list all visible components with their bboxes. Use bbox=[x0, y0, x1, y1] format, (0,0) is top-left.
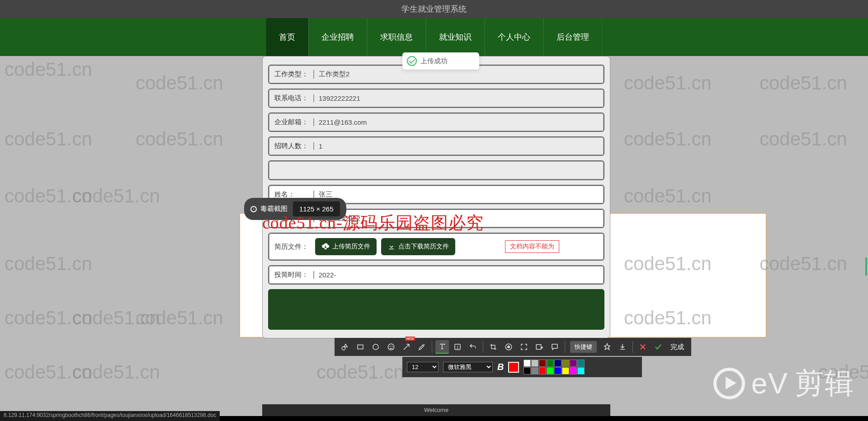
palette-color[interactable] bbox=[562, 367, 569, 374]
download-icon bbox=[387, 243, 396, 251]
toast-text: 上传成功 bbox=[420, 57, 448, 65]
bold-toggle[interactable]: B bbox=[497, 362, 504, 372]
nav-item-admin[interactable]: 后台管理 bbox=[543, 18, 602, 56]
palette-color[interactable] bbox=[562, 360, 569, 367]
svg-rect-10 bbox=[536, 345, 541, 350]
target-icon bbox=[250, 206, 257, 212]
value-phone: 13922222221 bbox=[313, 94, 598, 102]
palette-color[interactable] bbox=[547, 360, 554, 367]
comment-icon[interactable] bbox=[548, 340, 561, 354]
svg-point-5 bbox=[392, 346, 392, 346]
toolbar-row-main: NEW 1 快捷键 完成 bbox=[335, 338, 691, 356]
svg-rect-1 bbox=[358, 345, 363, 349]
palette-color[interactable] bbox=[554, 360, 561, 367]
screenshot-toolbar: NEW 1 快捷键 完成 12 微软雅黑 B bbox=[335, 338, 691, 377]
palette-color[interactable] bbox=[539, 367, 546, 374]
confirm-icon[interactable] bbox=[651, 340, 665, 354]
label-submit-time: 投简时间： bbox=[274, 271, 311, 279]
current-color-swatch[interactable] bbox=[508, 362, 519, 373]
palette-color[interactable] bbox=[577, 367, 585, 374]
label-resume: 简历文件： bbox=[274, 243, 311, 251]
palette-color[interactable] bbox=[524, 360, 531, 367]
status-path: 8.129.11.174:9032/springboothch86/front/… bbox=[4, 412, 216, 418]
field-headcount: 招聘人数： 1 bbox=[268, 136, 604, 156]
play-icon bbox=[713, 368, 745, 399]
rectangle-tool-icon[interactable] bbox=[354, 340, 367, 354]
fullscreen-icon[interactable] bbox=[517, 340, 531, 354]
new-badge: NEW bbox=[405, 337, 415, 341]
svg-text:1: 1 bbox=[456, 345, 458, 350]
browser-status-bar: 8.129.11.174:9032/springboothch86/front/… bbox=[0, 411, 220, 421]
palette-color[interactable] bbox=[531, 360, 538, 367]
scrollbar-indicator[interactable] bbox=[865, 257, 867, 276]
nav-item-company[interactable]: 企业招聘 bbox=[308, 18, 367, 56]
success-check-icon bbox=[407, 56, 417, 66]
nav-item-home[interactable]: 首页 bbox=[266, 18, 308, 56]
download-resume-button[interactable]: 点击下载简历文件 bbox=[381, 238, 455, 255]
app-title: 学生就业管理系统 bbox=[401, 5, 467, 14]
label-headcount: 招聘人数： bbox=[274, 142, 311, 150]
main-nav: 首页 企业招聘 求职信息 就业知识 个人中心 后台管理 bbox=[0, 18, 868, 56]
ev-brand: eV bbox=[751, 367, 788, 400]
pin-icon[interactable] bbox=[600, 340, 614, 354]
palette-color[interactable] bbox=[570, 367, 577, 374]
separator bbox=[483, 341, 483, 353]
value-email: 2211@163.com bbox=[313, 118, 598, 126]
brush-tool-icon[interactable] bbox=[415, 340, 429, 354]
form-footer-panel bbox=[268, 289, 604, 330]
palette-color[interactable] bbox=[531, 367, 538, 374]
value-headcount: 1 bbox=[313, 142, 598, 150]
color-palette bbox=[524, 360, 585, 374]
input-submit-time[interactable] bbox=[313, 271, 598, 279]
number-tool-icon[interactable]: 1 bbox=[451, 340, 464, 354]
nav-item-profile[interactable]: 个人中心 bbox=[485, 18, 543, 56]
input-name[interactable] bbox=[313, 191, 598, 198]
palette-color[interactable] bbox=[554, 367, 561, 374]
palette-color[interactable] bbox=[539, 360, 546, 367]
shortcut-chip[interactable]: 快捷键 bbox=[570, 341, 597, 353]
save-icon[interactable] bbox=[616, 340, 629, 354]
nav-item-knowledge[interactable]: 就业知识 bbox=[426, 18, 485, 56]
crop-tool-icon[interactable] bbox=[486, 340, 500, 354]
ev-watermark: eV 剪辑 bbox=[713, 364, 854, 403]
svg-point-9 bbox=[507, 346, 510, 348]
separator bbox=[565, 341, 565, 353]
svg-point-2 bbox=[373, 344, 378, 350]
done-label[interactable]: 完成 bbox=[667, 343, 688, 351]
upload-success-toast: 上传成功 bbox=[402, 52, 479, 70]
field-resume-file: 简历文件： 上传简历文件 点击下载简历文件 文档内容不能为 bbox=[268, 233, 604, 261]
field-submit-time: 投简时间： bbox=[268, 265, 604, 285]
svg-point-4 bbox=[390, 346, 391, 346]
nav-item-jobs[interactable]: 求职信息 bbox=[367, 18, 426, 56]
palette-color[interactable] bbox=[570, 360, 577, 367]
record-tool-icon[interactable] bbox=[502, 340, 515, 354]
font-family-select[interactable]: 微软雅黑 bbox=[443, 362, 493, 372]
undo-icon[interactable] bbox=[466, 340, 480, 354]
close-icon[interactable] bbox=[636, 340, 650, 354]
separator bbox=[432, 341, 432, 353]
value-work-type: 工作类型2 bbox=[313, 70, 598, 79]
palette-color[interactable] bbox=[524, 367, 531, 374]
emoji-tool-icon[interactable] bbox=[384, 340, 398, 354]
label-phone: 联系电话： bbox=[274, 94, 311, 103]
arrow-tool-icon[interactable]: NEW bbox=[400, 340, 413, 354]
welcome-footer: Welcome bbox=[262, 404, 610, 416]
field-phone: 联系电话： 13922222221 bbox=[268, 89, 604, 108]
welcome-text: Welcome bbox=[424, 407, 448, 413]
cloud-upload-icon bbox=[321, 243, 330, 251]
upload-resume-button[interactable]: 上传简历文件 bbox=[315, 238, 377, 255]
label-email: 企业邮箱： bbox=[274, 118, 311, 126]
separator bbox=[632, 341, 633, 353]
palette-color[interactable] bbox=[577, 360, 585, 367]
text-tool-icon[interactable] bbox=[435, 340, 449, 354]
field-blank bbox=[268, 160, 604, 180]
toolbar-row-text-options: 12 微软雅黑 B bbox=[402, 357, 642, 377]
app-title-bar: 学生就业管理系统 bbox=[0, 0, 868, 18]
palette-color[interactable] bbox=[547, 367, 554, 374]
add-image-icon[interactable] bbox=[533, 340, 546, 354]
shape-tool-icon[interactable] bbox=[338, 340, 352, 354]
ellipse-tool-icon[interactable] bbox=[369, 340, 382, 354]
font-size-select[interactable]: 12 bbox=[407, 362, 439, 372]
anti-copy-overlay-text: code51.cn-源码乐园盗图必究 bbox=[262, 211, 484, 234]
svg-point-3 bbox=[388, 344, 394, 350]
